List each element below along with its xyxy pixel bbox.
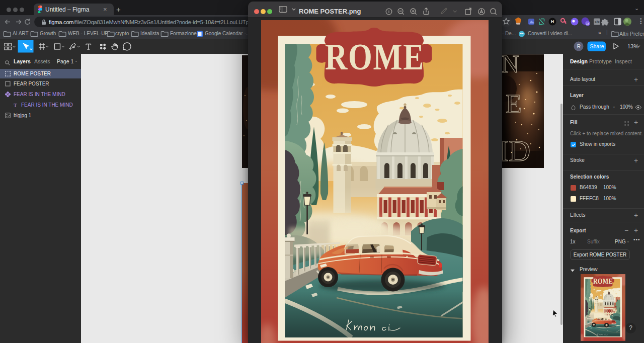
svg-text:N: N	[502, 54, 519, 78]
svg-text:13%: 13%	[627, 43, 638, 49]
svg-text:R: R	[577, 44, 581, 49]
svg-text:</>: </>	[595, 20, 600, 24]
svg-text:18: 18	[586, 22, 589, 25]
svg-text:ID: ID	[502, 134, 530, 167]
svg-text:Share: Share	[590, 43, 604, 49]
svg-text:H: H	[551, 19, 554, 24]
svg-text:E: E	[506, 90, 522, 118]
